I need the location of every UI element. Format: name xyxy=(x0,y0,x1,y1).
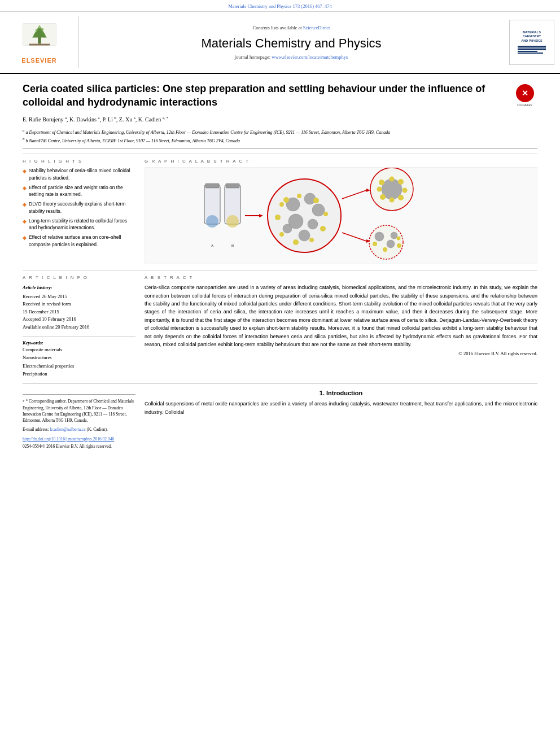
svg-point-4 xyxy=(35,29,37,32)
svg-point-28 xyxy=(313,198,319,203)
crossmark-area: ✕ CrossMark xyxy=(512,84,537,107)
svg-line-38 xyxy=(342,233,366,241)
article-history: Article history: Received 26 May 2015 Re… xyxy=(23,283,135,331)
graphical-abstract-image: A B xyxy=(145,167,537,264)
journal-homepage-line: journal homepage: www.elsevier.com/locat… xyxy=(235,54,348,60)
crossmark-icon: ✕ xyxy=(516,84,534,102)
keyword-1: Composite materials xyxy=(23,346,135,353)
svg-point-33 xyxy=(279,232,284,237)
authors-line: E. Rafie Borujeny a, K. Dawkins a, P. Li… xyxy=(23,115,537,124)
svg-point-52 xyxy=(387,240,395,248)
svg-point-46 xyxy=(398,195,404,200)
svg-point-34 xyxy=(275,215,281,220)
doi-link[interactable]: http://dx.doi.org/10.1016/j.matchemphys.… xyxy=(23,436,135,442)
crossmark-label: CrossMark xyxy=(517,103,532,107)
email-line: E-mail address: kcadien@ualberta.ca (K. … xyxy=(23,426,135,433)
svg-point-27 xyxy=(297,194,301,198)
svg-point-43 xyxy=(390,177,395,182)
svg-point-51 xyxy=(375,232,384,241)
highlight-item-4: ◆ Long-term stability is related to coll… xyxy=(23,217,135,232)
highlight-item-2: ◆ Effect of particle size and weight rat… xyxy=(23,184,135,199)
keyword-3: Electrochemical properties xyxy=(23,362,135,370)
svg-point-29 xyxy=(323,212,328,216)
svg-marker-17 xyxy=(259,214,263,217)
svg-rect-7 xyxy=(29,44,50,46)
keywords-label: Keywords: xyxy=(23,340,135,346)
svg-point-32 xyxy=(293,239,299,245)
keyword-2: Nanostructures xyxy=(23,353,135,361)
journal-center-info: Contents lists available at ScienceDirec… xyxy=(79,16,504,68)
graphical-abstract-col: G R A P H I C A L A B S T R A C T A B xyxy=(145,159,537,264)
article-title: Ceria coated silica particles: One step … xyxy=(23,82,506,110)
introduction-text: Colloidal suspensions of metal oxide nan… xyxy=(145,400,537,416)
history-label: Article history: xyxy=(23,283,135,291)
bullet-diamond-1: ◆ xyxy=(23,168,27,176)
elsevier-brand-text: ELSEVIER xyxy=(21,57,56,64)
highlight-item-3: ◆ DLVO theory successfully explains shor… xyxy=(23,200,135,215)
highlights-abstract-row: H I G H L I G H T S ◆ Stability behaviou… xyxy=(23,154,537,264)
abstract-text: Ceria-silica composite nanoparticles are… xyxy=(145,283,537,348)
svg-point-30 xyxy=(320,226,326,231)
svg-point-23 xyxy=(308,219,318,229)
keywords-section: Keywords: Composite materials Nanostruct… xyxy=(23,340,135,378)
accepted-date: Accepted 10 February 2016 xyxy=(23,316,135,324)
journal-citation-bar: Materials Chemistry and Physics 173 (201… xyxy=(0,0,560,12)
svg-point-31 xyxy=(309,238,314,242)
journal-logo-box: MATERIALSCHEMISTRYAND PHYSICS xyxy=(509,20,554,65)
copyright-line: © 2016 Elsevier B.V. All rights reserved… xyxy=(145,351,537,356)
highlights-col: H I G H L I G H T S ◆ Stability behaviou… xyxy=(23,159,135,264)
journal-homepage-link[interactable]: www.elsevier.com/locate/matchemphys xyxy=(272,54,348,60)
svg-marker-37 xyxy=(366,189,370,192)
footnote-area: * * Corresponding author. Department of … xyxy=(23,394,135,449)
email-link[interactable]: kcadien@ualberta.ca xyxy=(50,427,86,432)
received-date: Received 26 May 2015 xyxy=(23,293,135,301)
affiliation-b: b b NanoFAB Centre, University of Albert… xyxy=(23,136,537,145)
journal-title: Materials Chemistry and Physics xyxy=(201,36,381,51)
svg-point-53 xyxy=(391,232,397,239)
article-title-area: Ceria coated silica particles: One step … xyxy=(23,82,537,110)
svg-rect-1 xyxy=(38,37,41,44)
graphical-abstract-heading: G R A P H I C A L A B S T R A C T xyxy=(145,159,537,164)
elsevier-logo-area: ELSEVIER xyxy=(0,16,79,68)
available-online-date: Available online 20 February 2016 xyxy=(23,324,135,331)
svg-point-14 xyxy=(226,215,239,228)
bullet-diamond-3: ◆ xyxy=(23,201,27,209)
svg-point-21 xyxy=(312,204,325,216)
contents-available-text: Contents lists available at ScienceDirec… xyxy=(253,25,330,30)
svg-point-24 xyxy=(299,230,310,241)
svg-point-25 xyxy=(283,224,292,233)
highlights-list: ◆ Stability behaviour of ceria-silica mi… xyxy=(23,167,135,248)
article-info-heading: A R T I C L E I N F O xyxy=(23,275,135,280)
svg-rect-13 xyxy=(226,184,239,188)
logo-box-title: MATERIALSCHEMISTRYAND PHYSICS xyxy=(521,30,542,42)
abstract-col: A B S T R A C T Ceria-silica composite n… xyxy=(145,275,537,378)
svg-point-49 xyxy=(377,187,382,192)
svg-point-6 xyxy=(38,27,40,28)
svg-point-44 xyxy=(398,179,404,185)
svg-point-57 xyxy=(397,237,401,241)
received-revised-label: Received in revised form xyxy=(23,300,135,308)
svg-point-54 xyxy=(373,242,377,246)
svg-point-42 xyxy=(379,180,384,185)
sciencedirect-link[interactable]: ScienceDirect xyxy=(303,25,330,30)
info-abstract-row: A R T I C L E I N F O Article history: R… xyxy=(23,270,537,378)
info-divider xyxy=(23,336,135,337)
svg-text:B: B xyxy=(231,243,234,248)
svg-line-36 xyxy=(342,190,366,199)
bullet-diamond-4: ◆ xyxy=(23,218,27,226)
svg-rect-9 xyxy=(205,184,219,188)
svg-point-56 xyxy=(397,243,401,248)
introduction-section: * * Corresponding author. Department of … xyxy=(23,383,537,449)
svg-point-35 xyxy=(279,202,284,207)
article-info-col: A R T I C L E I N F O Article history: R… xyxy=(23,275,135,378)
highlight-item-5: ◆ Effect of relative surface area on cor… xyxy=(23,234,135,248)
abstract-heading: A B S T R A C T xyxy=(145,275,537,280)
journal-citation: Materials Chemistry and Physics 173 (201… xyxy=(228,3,332,9)
svg-point-26 xyxy=(283,197,289,203)
corresponding-author-note: * * Corresponding author. Department of … xyxy=(23,398,135,423)
svg-text:A: A xyxy=(211,243,213,248)
affiliations: a a Department of Chemical and Materials… xyxy=(23,128,537,149)
introduction-title: 1. Introduction xyxy=(145,390,537,396)
received-revised-date: 15 December 2015 xyxy=(23,308,135,316)
journal-header: ELSEVIER Contents lists available at Sci… xyxy=(0,12,560,74)
